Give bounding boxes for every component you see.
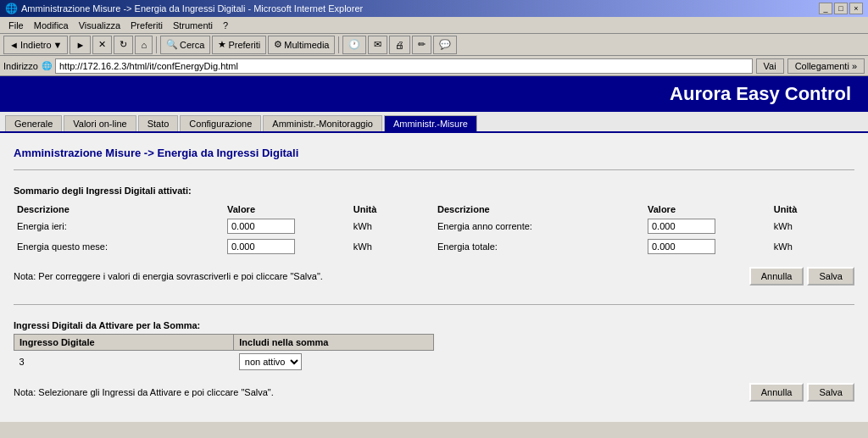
main-content: Amministrazione Misure -> Energia da Ing… (0, 133, 868, 422)
energia-mese-label: Energia questo mese: (14, 236, 224, 257)
energia-anno-label: Energia anno corrente: (434, 216, 644, 236)
menu-visualizza[interactable]: Visualizza (74, 19, 125, 31)
col-includi: Includi nella somma (234, 335, 434, 351)
tab-stato[interactable]: Stato (138, 115, 179, 131)
edit-button[interactable]: ✏ (412, 36, 431, 54)
tab-amministr-misure[interactable]: Amministr.-Misure (384, 115, 477, 131)
energia-anno-cell (644, 216, 771, 236)
back-button[interactable]: ◄ Indietro ▼ (3, 36, 68, 54)
toolbar-separator-2 (338, 36, 339, 53)
discuss-button[interactable]: 💬 (433, 36, 457, 54)
col-descrizione-right: Descrizione (434, 202, 644, 216)
aurora-title: Aurora Easy Control (670, 83, 851, 105)
table-row: Energia ieri: kWh Energia anno corrente:… (14, 216, 854, 236)
col-ingresso: Ingresso Digitale (14, 335, 234, 351)
back-label: Indietro (20, 40, 52, 50)
menu-file[interactable]: File (3, 19, 29, 31)
home-button[interactable]: ⌂ (135, 36, 153, 54)
energia-totale-label: Energia totale: (434, 236, 644, 257)
globe-icon: 🌐 (42, 61, 52, 70)
page-section-title: Amministrazione Misure -> Energia da Ing… (14, 141, 854, 163)
forward-button[interactable]: ► (70, 36, 91, 54)
favorites-label: Preferiti (228, 40, 260, 50)
energia-mese-input[interactable] (227, 239, 295, 254)
digital-note: Nota: Selezionare gli Ingressi da Attiva… (14, 384, 274, 401)
nav-tabs: Generale Valori on-line Stato Configuraz… (0, 112, 868, 133)
divider-1 (14, 169, 854, 170)
search-label: Cerca (180, 40, 204, 50)
energia-anno-unit: kWh (771, 216, 854, 236)
print-button[interactable]: 🖨 (389, 36, 410, 54)
energia-ieri-input[interactable] (227, 219, 295, 234)
tab-configurazione[interactable]: Configurazione (180, 115, 261, 131)
back-icon: ◄ (9, 40, 19, 50)
col-unita-right: Unità (771, 202, 854, 216)
tab-valori-online[interactable]: Valori on-line (64, 115, 136, 131)
address-label: Indirizzo (3, 61, 38, 71)
summary-section: Sommario degli Ingressi Digitali attivat… (14, 177, 854, 297)
title-bar: 🌐 Amministrazione Misure -> Energia da I… (0, 0, 868, 17)
address-bar: Indirizzo 🌐 Vai Collegamenti » (0, 56, 868, 76)
includi-cell: non attivo attivo (234, 351, 434, 374)
close-button[interactable]: × (849, 3, 863, 14)
summary-annulla-button[interactable]: Annulla (749, 267, 804, 286)
tab-generale[interactable]: Generale (5, 115, 62, 131)
digital-table: Ingresso Digitale Includi nella somma 3 … (14, 334, 434, 373)
app-icon: 🌐 (5, 3, 18, 14)
summary-salva-button[interactable]: Salva (807, 267, 854, 286)
energia-totale-input[interactable] (648, 239, 715, 254)
maximize-button[interactable]: □ (834, 3, 848, 14)
includi-select[interactable]: non attivo attivo (239, 353, 302, 370)
energia-ieri-unit: kWh (350, 216, 434, 236)
energia-ieri-label: Energia ieri: (14, 216, 224, 236)
search-button[interactable]: 🔍 Cerca (160, 36, 210, 54)
table-row: Energia questo mese: kWh Energia totale:… (14, 236, 854, 257)
energia-totale-unit: kWh (771, 236, 854, 257)
menu-help[interactable]: ? (218, 19, 233, 31)
energia-anno-input[interactable] (648, 219, 715, 234)
favorites-button[interactable]: ★ Preferiti (212, 36, 266, 54)
address-input[interactable] (55, 58, 753, 74)
digital-annulla-button[interactable]: Annulla (749, 383, 804, 402)
mail-button[interactable]: ✉ (368, 36, 387, 54)
energia-totale-cell (644, 236, 771, 257)
multimedia-label: Multimedia (284, 40, 329, 50)
digital-title: Ingressi Digitali da Attivare per la Som… (14, 317, 854, 334)
toolbar: ◄ Indietro ▼ ► ✕ ↻ ⌂ 🔍 Cerca ★ Preferiti… (0, 34, 868, 56)
window-controls: _ □ × (819, 3, 863, 14)
list-item: 3 non attivo attivo (14, 351, 434, 374)
energia-ieri-cell (224, 216, 350, 236)
divider-2 (14, 304, 854, 305)
aurora-header: Aurora Easy Control (0, 76, 868, 112)
col-valore-right: Valore (644, 202, 771, 216)
summary-table: Descrizione Valore Unità Descrizione Val… (14, 202, 854, 257)
digital-salva-button[interactable]: Salva (807, 383, 854, 402)
col-unita-left: Unità (350, 202, 434, 216)
col-valore-left: Valore (224, 202, 350, 216)
tab-amministr-monitoraggio[interactable]: Amministr.-Monitoraggio (263, 115, 382, 131)
refresh-button[interactable]: ↻ (114, 36, 133, 54)
window-title: Amministrazione Misure -> Energia da Ing… (21, 3, 363, 14)
menu-strumenti[interactable]: Strumenti (168, 19, 218, 31)
digital-section: Ingressi Digitali da Attivare per la Som… (14, 312, 854, 413)
stop-button[interactable]: ✕ (92, 36, 112, 54)
menu-preferiti[interactable]: Preferiti (125, 19, 168, 31)
toolbar-separator-1 (156, 36, 157, 53)
energia-mese-cell (224, 236, 350, 257)
menu-bar: File Modifica Visualizza Preferiti Strum… (0, 17, 868, 34)
col-descrizione-left: Descrizione (14, 202, 224, 216)
summary-buttons: Annulla Salva (749, 263, 854, 289)
menu-modifica[interactable]: Modifica (29, 19, 74, 31)
links-button[interactable]: Collegamenti » (787, 58, 865, 74)
go-button[interactable]: Vai (756, 58, 784, 74)
multimedia-button[interactable]: ⚙ Multimedia (268, 36, 335, 54)
multimedia-icon: ⚙ (274, 39, 282, 50)
ingresso-value: 3 (14, 351, 234, 374)
summary-note: Nota: Per correggere i valori di energia… (14, 268, 323, 285)
digital-buttons: Annulla Salva (749, 380, 854, 405)
search-icon: 🔍 (166, 39, 178, 50)
minimize-button[interactable]: _ (819, 3, 832, 14)
favorites-icon: ★ (218, 39, 226, 50)
history-button[interactable]: 🕐 (342, 36, 366, 54)
summary-title: Sommario degli Ingressi Digitali attivat… (14, 182, 854, 199)
